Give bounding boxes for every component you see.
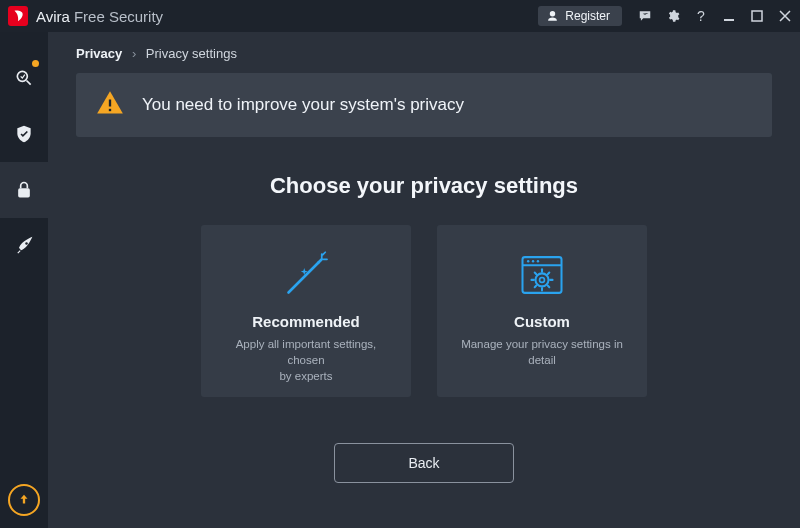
close-icon[interactable] xyxy=(778,9,792,23)
svg-line-7 xyxy=(289,263,319,293)
sidebar xyxy=(0,32,48,528)
wand-icon xyxy=(278,247,334,303)
card-custom-title: Custom xyxy=(514,313,570,330)
svg-rect-5 xyxy=(109,100,111,107)
svg-point-11 xyxy=(532,260,534,262)
maximize-icon[interactable] xyxy=(750,9,764,23)
card-recommended-sub: Apply all important settings, chosen by … xyxy=(217,336,395,384)
main-content: Privacy › Privacy settings You need to i… xyxy=(48,32,800,528)
notification-badge xyxy=(32,60,39,67)
svg-rect-0 xyxy=(724,19,734,21)
svg-rect-1 xyxy=(752,11,762,21)
brand-name: Avira xyxy=(36,8,70,25)
settings-window-icon xyxy=(516,247,568,303)
register-label: Register xyxy=(565,9,610,23)
sidebar-upgrade-button[interactable] xyxy=(8,484,40,516)
card-custom[interactable]: Custom Manage your privacy settings in d… xyxy=(437,225,647,397)
svg-rect-3 xyxy=(18,188,30,197)
feedback-icon[interactable] xyxy=(638,9,652,23)
svg-rect-6 xyxy=(109,109,111,111)
svg-point-4 xyxy=(25,242,28,245)
sidebar-item-privacy[interactable] xyxy=(0,162,48,218)
svg-line-20 xyxy=(548,273,550,275)
back-label: Back xyxy=(408,455,439,471)
help-icon[interactable]: ? xyxy=(694,9,708,23)
svg-point-13 xyxy=(536,273,549,286)
svg-point-12 xyxy=(537,260,539,262)
svg-line-19 xyxy=(535,273,537,275)
user-icon xyxy=(546,10,559,23)
section-title: Choose your privacy settings xyxy=(76,173,772,199)
brand-sub: Free Security xyxy=(74,8,163,25)
breadcrumb-root[interactable]: Privacy xyxy=(76,46,122,61)
chevron-right-icon: › xyxy=(132,46,136,61)
breadcrumb: Privacy › Privacy settings xyxy=(76,46,772,61)
svg-line-22 xyxy=(548,286,550,288)
warning-icon xyxy=(96,89,124,121)
privacy-alert: You need to improve your system's privac… xyxy=(76,73,772,137)
card-custom-sub: Manage your privacy settings in detail xyxy=(461,336,623,368)
svg-point-10 xyxy=(527,260,529,262)
sidebar-item-performance[interactable] xyxy=(0,218,48,274)
avira-logo xyxy=(8,6,28,26)
svg-point-2 xyxy=(17,71,27,81)
titlebar: Avira Free Security Register ? xyxy=(0,0,800,32)
register-button[interactable]: Register xyxy=(538,6,622,26)
card-recommended-title: Recommended xyxy=(252,313,360,330)
sidebar-item-security[interactable] xyxy=(0,106,48,162)
svg-line-21 xyxy=(535,286,537,288)
minimize-icon[interactable] xyxy=(722,9,736,23)
settings-icon[interactable] xyxy=(666,9,680,23)
alert-message: You need to improve your system's privac… xyxy=(142,95,464,115)
sidebar-item-status[interactable] xyxy=(0,50,48,106)
back-button[interactable]: Back xyxy=(334,443,514,483)
card-recommended[interactable]: Recommended Apply all important settings… xyxy=(201,225,411,397)
breadcrumb-current: Privacy settings xyxy=(146,46,237,61)
option-cards: Recommended Apply all important settings… xyxy=(76,225,772,397)
svg-point-14 xyxy=(540,277,545,282)
